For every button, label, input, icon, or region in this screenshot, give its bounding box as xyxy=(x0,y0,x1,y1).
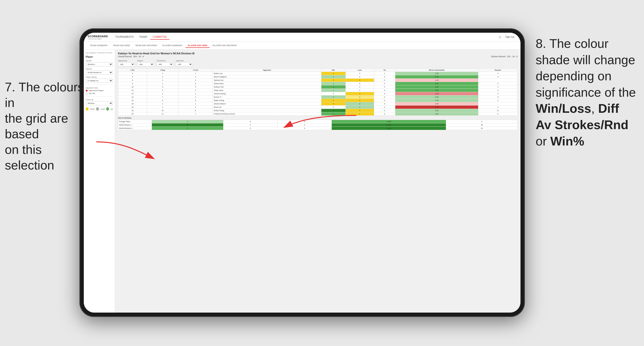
td-ood-diff: 7.400 xyxy=(332,127,446,130)
td-diff: -1.00 xyxy=(395,79,478,82)
td-div: 9 xyxy=(118,82,147,85)
td-conf: 1 xyxy=(178,102,213,106)
filter-opponent: Opponent (All) xyxy=(176,60,192,66)
player-rank-label: Player (Rank) xyxy=(86,76,113,78)
filter-conference: Conference (All) xyxy=(156,60,173,66)
td-loss: 0 xyxy=(346,82,374,85)
division-label: Division xyxy=(86,68,113,70)
td-win: 2 xyxy=(321,85,346,89)
td-loss: 0 xyxy=(346,89,374,92)
td-tie: 0 xyxy=(374,92,395,95)
sign-out-link[interactable]: Sign out xyxy=(503,35,517,40)
panel-title: Katelyn Vo Head-to-Head Grid for Women's… xyxy=(118,52,518,55)
table-row: 9 1 4 Sharon Mun 1 0 0 3.67 3 xyxy=(118,82,518,85)
td-win: 1 xyxy=(321,82,346,85)
overall-record: Overall Record: 353 - 34 - 6 xyxy=(118,55,144,58)
subnav-player-summary[interactable]: PLAYER SUMMARY xyxy=(160,43,185,48)
subnav-player-h2h-heatmap[interactable]: PLAYER H2H HEATMAP xyxy=(210,43,239,48)
td-conf: 5 xyxy=(178,99,213,102)
th-conf: # Conf xyxy=(178,69,213,72)
table-row: 10 6 3 Andrea York 2 0 0 4.00 4 xyxy=(118,85,518,89)
td-rounds: 3 xyxy=(478,89,517,92)
subnav-team-h2h-heatmap[interactable]: TEAM H2H HEATMAP xyxy=(133,43,160,48)
division-select[interactable]: NCAA Division III xyxy=(86,70,113,75)
logo-text: SCOREBOARD xyxy=(88,35,108,38)
top-nav: SCOREBOARD Powered by clippd TOURNAMENTS… xyxy=(84,33,520,42)
td-ood-rounds: 10 xyxy=(446,127,518,130)
td-div: 10 xyxy=(118,85,147,89)
td-rounds: 9 xyxy=(478,95,517,99)
th-win: Win xyxy=(321,69,346,72)
td-win: 0 xyxy=(321,106,346,109)
td-loss: 2 xyxy=(346,102,374,106)
td-tie: 0 xyxy=(374,95,395,99)
td-loss: 0 xyxy=(346,75,374,79)
td-tie: 0 xyxy=(374,99,395,102)
td-tie: 0 xyxy=(374,82,395,85)
td-win: 1 xyxy=(321,99,346,102)
th-reg: # Reg xyxy=(147,69,178,72)
subnav-team-h2h-grid[interactable]: TEAM H2H GRID xyxy=(110,43,132,48)
td-conf: 1 xyxy=(178,72,213,75)
player-section-title: Player xyxy=(86,55,113,58)
nav-committee[interactable]: COMMITTEE xyxy=(150,35,170,40)
td-reg: 10 xyxy=(147,109,178,112)
nav-teams[interactable]: TEAMS xyxy=(137,35,150,40)
td-loss: 2 xyxy=(346,95,374,99)
td-opponent: Jessica Mason xyxy=(213,102,322,106)
th-rounds: Rounds xyxy=(478,69,517,72)
gender-label: Gender xyxy=(86,60,113,62)
opponent-filter-select[interactable]: (All) xyxy=(176,62,192,66)
legend-level-dot xyxy=(96,107,99,111)
td-conf: 3 xyxy=(178,85,213,89)
td-rounds: 3 xyxy=(478,82,517,85)
sub-nav: TEAM SUMMARY TEAM H2H GRID TEAM H2H HEAT… xyxy=(84,42,520,49)
td-div: 5 xyxy=(118,75,147,79)
ood-table-row: NAIA Division 1 15 0 0 9.267 30 xyxy=(118,123,518,127)
td-opponent: Andrea York xyxy=(213,85,322,89)
subnav-team-summary[interactable]: TEAM SUMMARY xyxy=(88,43,110,48)
td-reg: 6 xyxy=(147,85,178,89)
ood-grid-table: Foreign Team 1 0 0 4.500 2 NAIA Division… xyxy=(118,120,518,130)
td-tie: 0 xyxy=(374,106,395,109)
td-div: 6 xyxy=(118,79,147,82)
td-reg: 2 xyxy=(147,106,178,109)
opponents-filter-select[interactable]: (All) xyxy=(118,62,135,66)
td-diff: -3.00 xyxy=(395,92,478,95)
td-diff: 1.25 xyxy=(395,99,478,102)
td-ood-loss: 0 xyxy=(223,120,277,123)
td-reg: 1 xyxy=(147,92,178,95)
td-div: 18 xyxy=(118,106,147,109)
td-win: 0 xyxy=(321,92,346,95)
td-diff: 3.67 xyxy=(395,82,478,85)
td-diff: 0.38 xyxy=(395,95,478,99)
td-opponent: Eunice Yi xyxy=(213,95,322,99)
region-filter-select[interactable]: (All) xyxy=(137,62,154,66)
td-reg: 11 xyxy=(147,112,178,116)
subnav-player-h2h-grid[interactable]: PLAYER H2H GRID xyxy=(186,43,210,48)
nav-i-icon: ⓘ xyxy=(498,36,501,39)
td-diff: 1.50 xyxy=(395,72,478,75)
td-tie: 0 xyxy=(374,102,395,106)
td-rounds: 2 xyxy=(478,106,517,109)
td-tie: 0 xyxy=(374,79,395,82)
nav-tournaments[interactable]: TOURNAMENTS xyxy=(113,35,136,40)
td-diff: -0.94 xyxy=(395,102,478,106)
td-ood-tie: 0 xyxy=(277,123,332,127)
td-opponent: Sharon Mun xyxy=(213,82,322,85)
filter-region-label: Region xyxy=(137,60,154,62)
td-tie: 0 xyxy=(374,85,395,89)
main-content: Last Updated: 27/03/2024 16:55:38 Player… xyxy=(84,49,520,313)
conference-filter-select[interactable]: (All) xyxy=(156,62,173,66)
td-div: 19 xyxy=(118,109,147,112)
td-loss: 0 xyxy=(346,72,374,75)
gender-select[interactable]: Women's xyxy=(86,62,113,66)
td-opponent: Stella Cheng xyxy=(213,99,322,102)
table-row: 6 1 3 Sydney Kuo 1 1 0 -1.00 xyxy=(118,79,518,82)
th-diff: Diff Av Strokes/Rnd xyxy=(395,69,478,72)
td-conf: 2 xyxy=(178,106,213,109)
td-opponent: Heejo Hyun xyxy=(213,89,322,92)
annotation-left-line1: 7. The colours in xyxy=(5,80,84,110)
td-loss: 1 xyxy=(346,109,374,112)
td-win: 1 xyxy=(321,72,346,75)
